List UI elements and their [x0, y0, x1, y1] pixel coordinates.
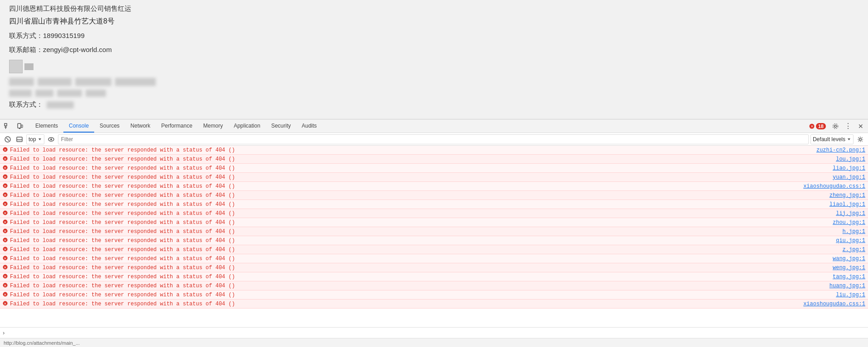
svg-text:✕: ✕ — [4, 238, 7, 242]
console-message-row: ✕Failed to load resource: the server res… — [0, 209, 868, 218]
message-source-link[interactable]: xiaoshougudao.css:1 — [803, 301, 865, 307]
error-circle-icon: ✕ — [3, 165, 8, 171]
console-input[interactable] — [6, 330, 865, 336]
tab-memory[interactable]: Memory — [198, 119, 228, 133]
error-circle-icon: ✕ — [3, 274, 8, 280]
console-message-row: ✕Failed to load resource: the server res… — [0, 182, 868, 191]
svg-text:✕: ✕ — [4, 275, 7, 279]
tab-elements[interactable]: Elements — [30, 119, 63, 133]
message-source-link[interactable]: xiaoshougudao.css:1 — [803, 183, 865, 190]
contact2: 联系方式： — [9, 100, 859, 109]
message-text: Failed to load resource: the server resp… — [10, 174, 831, 181]
error-circle-icon: ✕ — [3, 301, 8, 307]
devtools-more-button[interactable]: ⋮ — [843, 121, 854, 132]
svg-rect-5 — [21, 125, 23, 128]
message-source-link[interactable]: liaol.jpg:1 — [830, 201, 865, 208]
message-source-link[interactable]: qiu.jpg:1 — [836, 238, 865, 244]
tab-sources[interactable]: Sources — [94, 119, 125, 133]
svg-text:✕: ✕ — [4, 211, 7, 215]
svg-marker-14 — [38, 138, 41, 140]
message-source-link[interactable]: huang.jpg:1 — [830, 283, 865, 289]
error-circle-icon: ✕ — [3, 247, 8, 253]
context-selector[interactable]: top — [26, 134, 44, 144]
tab-performance[interactable]: Performance — [156, 119, 198, 133]
svg-text:✕: ✕ — [4, 284, 7, 288]
console-prompt-icon: › — [3, 329, 5, 336]
message-text: Failed to load resource: the server resp… — [10, 301, 801, 307]
console-message-row: ✕Failed to load resource: the server res… — [0, 290, 868, 299]
clear-console-button[interactable] — [3, 134, 13, 144]
svg-text:✕: ✕ — [4, 247, 7, 252]
svg-text:✕: ✕ — [4, 229, 7, 233]
svg-text:✕: ✕ — [4, 175, 7, 179]
console-message-row: ✕Failed to load resource: the server res… — [0, 164, 868, 173]
message-source-link[interactable]: yuan.jpg:1 — [833, 174, 865, 181]
svg-point-16 — [50, 138, 52, 140]
message-source-link[interactable]: liao.jpg:1 — [833, 165, 865, 171]
tab-network[interactable]: Network — [125, 119, 156, 133]
image-row-1 — [9, 60, 859, 73]
error-circle-icon: ✕ — [3, 238, 8, 244]
eye-button[interactable] — [46, 134, 56, 144]
devtools-right-icons: ✕ 18 ⋮ ✕ — [807, 121, 866, 132]
message-source-link[interactable]: z.jpg:1 — [843, 247, 865, 253]
message-source-link[interactable]: lij.jpg:1 — [836, 210, 865, 217]
error-circle-icon: ✕ — [3, 147, 8, 153]
console-filter-input[interactable] — [58, 134, 809, 144]
svg-text:✕: ✕ — [4, 302, 7, 306]
show-drawer-button[interactable] — [14, 134, 24, 144]
message-text: Failed to load resource: the server resp… — [10, 183, 801, 190]
error-circle-icon: ✕ — [3, 210, 8, 217]
message-source-link[interactable]: h.jpg:1 — [843, 228, 865, 235]
error-circle-icon: ✕ — [3, 156, 8, 162]
message-text: Failed to load resource: the server resp… — [10, 219, 831, 226]
console-message-row: ✕Failed to load resource: the server res… — [0, 263, 868, 272]
error-circle-icon: ✕ — [3, 174, 8, 181]
svg-text:✕: ✕ — [4, 157, 7, 161]
level-selector[interactable]: Default levels — [810, 134, 854, 144]
devtools-close-button[interactable]: ✕ — [855, 121, 866, 132]
devtools-settings-button[interactable] — [830, 121, 841, 132]
message-source-link[interactable]: zheng.jpg:1 — [830, 192, 865, 199]
message-text: Failed to load resource: the server resp… — [10, 210, 834, 217]
inspect-button[interactable] — [2, 121, 13, 132]
message-text: Failed to load resource: the server resp… — [10, 238, 834, 244]
svg-text:✕: ✕ — [4, 166, 7, 170]
devtools-topbar: Elements Console Sources Network Perform… — [0, 119, 868, 133]
message-text: Failed to load resource: the server resp… — [10, 165, 831, 171]
message-source-link[interactable]: zhou.jpg:1 — [833, 219, 865, 226]
message-source-link[interactable]: weng.jpg:1 — [833, 265, 865, 271]
svg-rect-12 — [17, 137, 22, 142]
message-source-link[interactable]: wang.jpg:1 — [833, 256, 865, 262]
error-circle-icon: ✕ — [3, 192, 8, 199]
message-text: Failed to load resource: the server resp… — [10, 292, 834, 298]
message-source-link[interactable]: liu.jpg:1 — [836, 292, 865, 298]
svg-text:✕: ✕ — [4, 184, 7, 188]
devtools-panel: Elements Console Sources Network Perform… — [0, 119, 868, 347]
console-message-row: ✕Failed to load resource: the server res… — [0, 218, 868, 227]
company-address: 四川省眉山市青神县竹艺大道8号 — [9, 17, 859, 26]
message-source-link[interactable]: lou.jpg:1 — [836, 156, 865, 162]
message-text: Failed to load resource: the server resp… — [10, 256, 831, 262]
svg-text:✕: ✕ — [4, 266, 7, 270]
error-circle-icon: ✕ — [3, 201, 8, 208]
console-message-row: ✕Failed to load resource: the server res… — [0, 173, 868, 182]
contact-phone: 联系方式：18990315199 — [9, 32, 859, 40]
blurred-row-2 — [9, 90, 859, 97]
message-source-link[interactable]: zuzhi-cn2.png:1 — [816, 147, 865, 153]
status-url: http://blog.cn/attachments/main_... — [4, 340, 80, 346]
error-circle-icon: ✕ — [3, 283, 8, 289]
device-toggle-button[interactable] — [14, 121, 25, 132]
tab-audits[interactable]: Audits — [296, 119, 322, 133]
svg-text:✕: ✕ — [4, 148, 7, 152]
message-source-link[interactable]: tang.jpg:1 — [833, 274, 865, 280]
tab-security[interactable]: Security — [266, 119, 296, 133]
tab-console[interactable]: Console — [63, 119, 94, 133]
tab-application[interactable]: Application — [228, 119, 266, 133]
error-circle-icon: ✕ — [3, 292, 8, 298]
error-circle-icon: ✕ — [3, 183, 8, 190]
message-text: Failed to load resource: the server resp… — [10, 247, 841, 253]
console-messages[interactable]: ✕Failed to load resource: the server res… — [0, 146, 868, 327]
console-settings-button[interactable] — [855, 134, 865, 144]
devtools-tabs: Elements Console Sources Network Perform… — [30, 119, 806, 133]
